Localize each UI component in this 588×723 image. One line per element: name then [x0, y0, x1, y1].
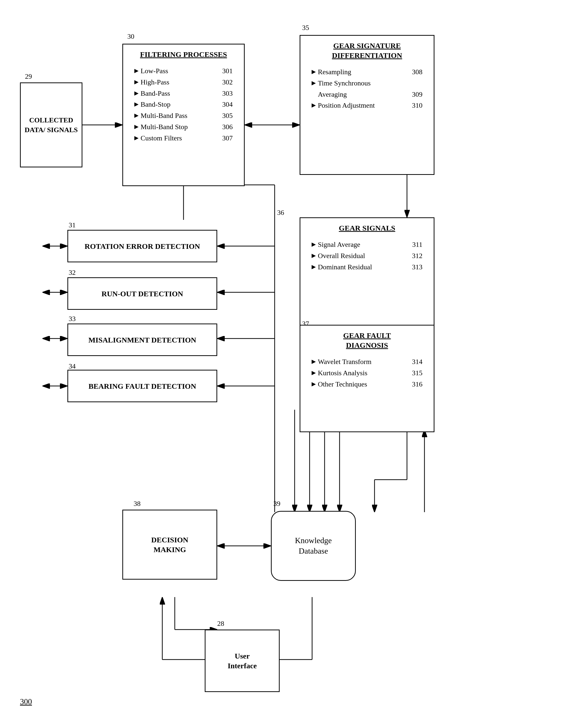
- knowledge-db-box: KnowledgeDatabase: [271, 511, 356, 581]
- filtering-title: FILTERING PROCESSES: [129, 49, 238, 59]
- misalignment-label: MISALIGNMENT DETECTION: [88, 335, 196, 345]
- ref-35: 35: [302, 24, 309, 32]
- filtering-list: ▶Low-Pass301 ▶High-Pass302 ▶Band-Pass303…: [129, 63, 238, 146]
- gear-fault-title: GEAR FAULTDIAGNOSIS: [307, 330, 427, 350]
- gear-sig-diff-box: GEAR SIGNATUREDIFFERENTIATION ▶Resamplin…: [300, 35, 435, 175]
- ref-31: 31: [69, 221, 76, 229]
- gear-sig-diff-title: GEAR SIGNATUREDIFFERENTIATION: [307, 41, 427, 60]
- runout-box: RUN-OUT DETECTION: [67, 277, 217, 310]
- ref-29: 29: [25, 73, 32, 80]
- collected-data-box: COLLECTED DATA/ SIGNALS: [20, 82, 82, 167]
- ref-39: 39: [273, 500, 280, 508]
- gear-signals-title: GEAR SIGNALS: [307, 223, 427, 233]
- user-interface-box: UserInterface: [205, 629, 280, 692]
- collected-data-label: COLLECTED DATA/ SIGNALS: [23, 115, 79, 135]
- decision-making-label: DECISIONMAKING: [151, 535, 188, 554]
- runout-label: RUN-OUT DETECTION: [102, 289, 183, 299]
- gear-fault-list: ▶Wavelet Transform314 ▶Kurtosis Analysis…: [307, 354, 427, 392]
- bearing-fault-label: BEARING FAULT DETECTION: [88, 381, 196, 391]
- bearing-fault-box: BEARING FAULT DETECTION: [67, 370, 217, 402]
- misalignment-box: MISALIGNMENT DETECTION: [67, 323, 217, 356]
- arrows-svg: [0, 0, 588, 723]
- ref-28: 28: [217, 620, 224, 627]
- gear-signals-list: ▶Signal Average311 ▶Overall Residual312 …: [307, 237, 427, 275]
- filtering-box: FILTERING PROCESSES ▶Low-Pass301 ▶High-P…: [122, 44, 245, 186]
- knowledge-db-label: KnowledgeDatabase: [295, 535, 332, 556]
- decision-making-box: DECISIONMAKING: [122, 510, 217, 580]
- ref-32: 32: [69, 268, 76, 277]
- ref-33: 33: [69, 315, 76, 323]
- ref-34: 34: [69, 362, 76, 370]
- gear-fault-box: GEAR FAULTDIAGNOSIS ▶Wavelet Transform31…: [300, 325, 435, 432]
- figure-label: 300: [20, 697, 32, 706]
- user-interface-label: UserInterface: [228, 651, 257, 670]
- rotation-error-box: ROTATION ERROR DETECTION: [67, 230, 217, 262]
- ref-30: 30: [127, 33, 134, 40]
- ref-36: 36: [277, 208, 284, 217]
- gear-signals-box: GEAR SIGNALS ▶Signal Average311 ▶Overall…: [300, 217, 435, 330]
- ref-38: 38: [133, 500, 141, 508]
- gear-sig-diff-list: ▶Resampling308 ▶Time SynchronousAveragin…: [307, 64, 427, 114]
- diagram-container: 29 COLLECTED DATA/ SIGNALS 30 FILTERING …: [0, 0, 588, 723]
- rotation-error-label: ROTATION ERROR DETECTION: [85, 241, 200, 251]
